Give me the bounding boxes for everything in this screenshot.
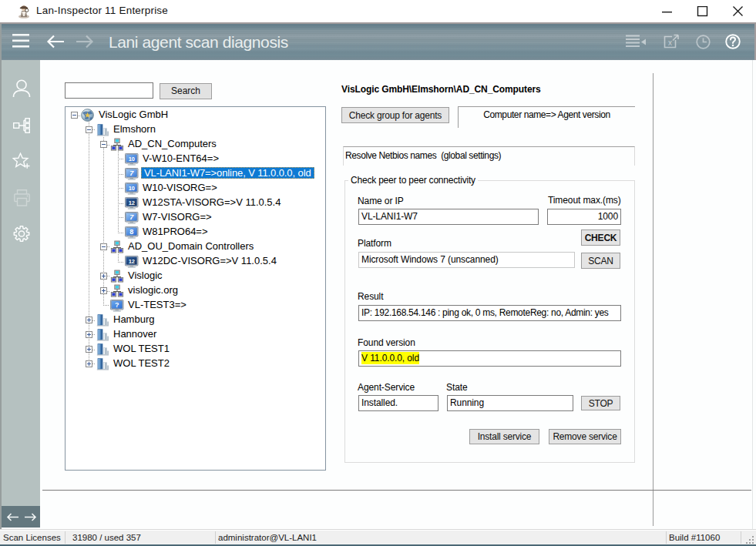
svg-text:10: 10 — [129, 185, 135, 192]
svg-text:?: ? — [115, 301, 119, 309]
svg-text:8: 8 — [129, 228, 133, 236]
svg-text:x: x — [668, 39, 672, 47]
svg-text:12: 12 — [129, 258, 135, 265]
svg-text:10: 10 — [129, 156, 135, 162]
svg-text:12: 12 — [129, 199, 135, 206]
